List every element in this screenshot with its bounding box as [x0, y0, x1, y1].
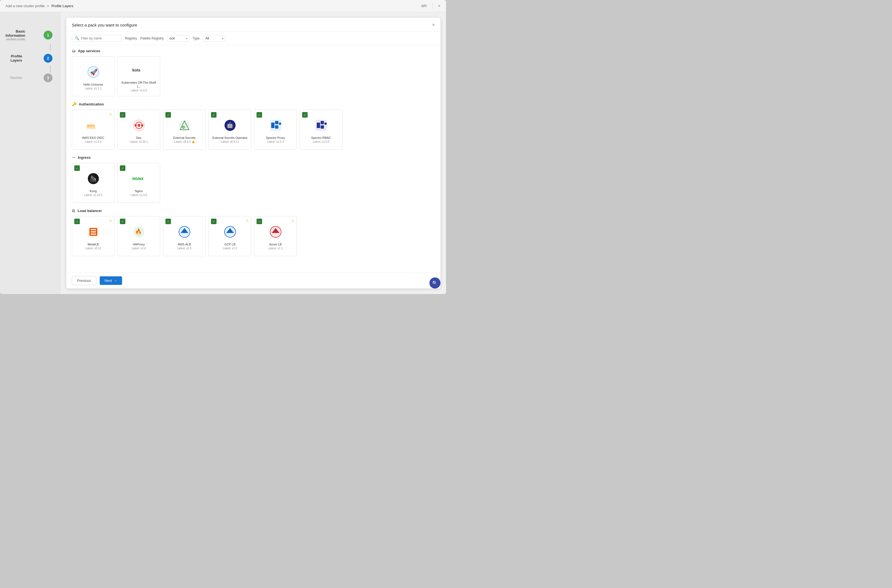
- pack-card-nginx[interactable]: ✓ NGINX Nginx Latest: v1.9.5: [117, 163, 160, 203]
- pack-card-lb4[interactable]: ✓ ⚠ GCP LB Latest: v1.3: [209, 216, 251, 256]
- lb-label: Load balancer: [78, 209, 102, 213]
- lb1-warn-icon: ⚠: [109, 219, 112, 222]
- modal-panel: Select a pack you want to configure × 🔍 …: [66, 18, 440, 288]
- lb4-warn-icon: ⚠: [246, 219, 249, 222]
- breadcrumb: Add a new cluster profile > Profile Laye…: [6, 4, 73, 8]
- spectro-proxy-name: Spectro Proxy: [266, 136, 285, 140]
- svg-rect-23: [321, 125, 324, 129]
- type-select[interactable]: All: [203, 35, 225, 42]
- pack-card-lb5[interactable]: ✓ ⚠ Azure LB Latest: v1.1: [254, 216, 297, 256]
- sidebar-steps: Basic Information verified-profile 1: [0, 20, 61, 83]
- lb1-name: MetalLB: [87, 242, 99, 246]
- lb5-verified-icon: ✓: [257, 219, 262, 224]
- svg-rect-31: [90, 231, 96, 232]
- next-button[interactable]: Next →: [100, 276, 122, 285]
- spectro-rbac-name: Spectro RBAC: [311, 136, 331, 140]
- type-label: Type: [192, 36, 200, 40]
- eso-name: External Secrets Operator: [212, 136, 248, 140]
- kong-name: Kong: [90, 189, 97, 193]
- eso-verified-icon: ✓: [211, 112, 216, 118]
- dex-verified-icon: ✓: [120, 112, 125, 118]
- divider: [432, 3, 432, 9]
- step1-sublabel: verified-profile: [6, 38, 45, 41]
- step3-circle: 3: [44, 74, 53, 82]
- svg-point-7: [138, 124, 140, 127]
- breadcrumb-prefix: Add a new cluster profile: [6, 4, 45, 8]
- category-authentication: 🔑 Authentication ⚠ aws: [72, 102, 435, 150]
- svg-text:aws: aws: [87, 123, 95, 128]
- sidebar: Basic Information verified-profile 1: [0, 12, 61, 294]
- lb3-name: AWS ALB: [178, 242, 191, 246]
- pack-card-spectro-proxy[interactable]: ✓ Spect: [254, 110, 297, 150]
- lb5-warn-icon: ⚠: [291, 219, 294, 222]
- hello-universe-version: Latest: v1.1.1: [85, 87, 101, 90]
- svg-rect-17: [275, 121, 278, 124]
- pack-card-external-secrets[interactable]: ✓ ⚙ External Secrets Latest: v8.5.: [163, 110, 206, 150]
- category-ingress: ↔ Ingress ✓ 🦍: [72, 155, 435, 203]
- api-button[interactable]: API: [421, 4, 426, 8]
- kong-verified-icon: ✓: [74, 165, 80, 171]
- app-services-grid: 🚀 Hello Universe Latest: v1.1.1: [72, 56, 435, 96]
- main-window: Add a new cluster profile > Profile Laye…: [0, 0, 446, 294]
- modal-header: Select a pack you want to configure ×: [66, 18, 440, 32]
- pack-card-lb1[interactable]: ✓ ⚠: [72, 216, 115, 256]
- nginx-version: Latest: v1.9.5: [130, 194, 147, 196]
- pack-card-spectro-rbac[interactable]: ✓ Spect: [300, 110, 342, 150]
- svg-text:🦍: 🦍: [90, 175, 97, 183]
- sidebar-item-review[interactable]: Review 3: [0, 72, 61, 83]
- spectro-rbac-version: Latest: v1.0.0: [312, 140, 329, 143]
- svg-point-8: [135, 124, 137, 126]
- external-secrets-icon: ⚙: [176, 117, 193, 134]
- topbar: Add a new cluster profile > Profile Laye…: [0, 0, 446, 12]
- category-load-balancer: ⚖ Load balancer ✓ ⚠: [72, 208, 435, 256]
- lb3-icon: [176, 224, 193, 240]
- dex-icon: [131, 117, 147, 134]
- aws-warn-icon: ⚠: [109, 112, 112, 116]
- previous-button[interactable]: Previous: [72, 276, 96, 285]
- svg-rect-4: [87, 128, 96, 128]
- external-secrets-verified-icon: ✓: [165, 112, 171, 118]
- modal-close-button[interactable]: ×: [432, 22, 435, 28]
- search-icon: 🔍: [75, 36, 79, 40]
- svg-text:🚀: 🚀: [90, 69, 98, 76]
- search-help-button[interactable]: 🔍: [429, 278, 440, 288]
- lb5-icon: [267, 224, 284, 240]
- type-select-wrap: All: [203, 35, 225, 42]
- lb4-name: GCP LB: [224, 242, 235, 246]
- lb5-name: Azure LB: [269, 242, 282, 246]
- pack-card-lb3[interactable]: ✓ AWS ALB Latest: v2.5: [163, 216, 206, 256]
- kots-name: Kubernetes Off-The-Shelf (...: [120, 81, 158, 88]
- svg-point-9: [141, 124, 143, 126]
- spectro-proxy-icon: [267, 117, 284, 134]
- lb-grid: ✓ ⚠: [72, 216, 435, 256]
- registry-select[interactable]: ocir: [167, 35, 189, 42]
- svg-rect-18: [275, 125, 278, 129]
- pack-card-dex[interactable]: ✓ Dex: [117, 110, 160, 150]
- filter-bar: 🔍 Registry Palette Registry ocir Type Al…: [66, 32, 440, 45]
- svg-text:kots: kots: [132, 68, 141, 72]
- bottom-bar: Previous Next →: [66, 273, 440, 288]
- kong-version: Latest: v2.32.0: [84, 194, 102, 196]
- search-input[interactable]: [81, 36, 119, 40]
- svg-text:🔥: 🔥: [135, 228, 142, 235]
- registry-label: Registry: [125, 36, 137, 40]
- aws-eks-oidc-version: Latest: v1.0.0: [85, 140, 101, 143]
- pack-card-kots[interactable]: kots Kubernetes Off-The-Shelf (... Lates…: [117, 56, 160, 96]
- pack-card-external-secrets-operator[interactable]: ✓ 🤖 External Secrets Operator Latest: v0…: [209, 110, 251, 150]
- spectro-proxy-verified-icon: ✓: [257, 112, 262, 118]
- app-services-label: App services: [78, 49, 100, 53]
- pack-card-lb2[interactable]: ✓ 🔥 HAProxy Latest: v2.6: [117, 216, 160, 256]
- aws-eks-oidc-name: AWS EKS OIDC: [82, 136, 104, 140]
- nginx-icon: NGINX: [131, 170, 147, 187]
- svg-rect-21: [317, 123, 320, 128]
- pack-card-kong[interactable]: ✓ 🦍 Kong Latest: v2.32.0: [72, 163, 115, 203]
- sidebar-item-basic-information[interactable]: Basic Information verified-profile 1: [0, 26, 61, 44]
- pack-card-hello-universe[interactable]: 🚀 Hello Universe Latest: v1.1.1: [72, 56, 115, 96]
- connector-2: [0, 66, 61, 72]
- sidebar-item-profile-layers[interactable]: Profile Layers 2: [0, 51, 61, 66]
- pack-card-aws-eks-oidc[interactable]: ⚠ aws AWS EKS OIDC Latest: v1.0.0: [72, 110, 115, 150]
- lb2-name: HAProxy: [133, 242, 145, 246]
- search-help-icon: 🔍: [432, 280, 438, 286]
- close-button[interactable]: ×: [438, 4, 440, 8]
- svg-rect-19: [279, 123, 281, 125]
